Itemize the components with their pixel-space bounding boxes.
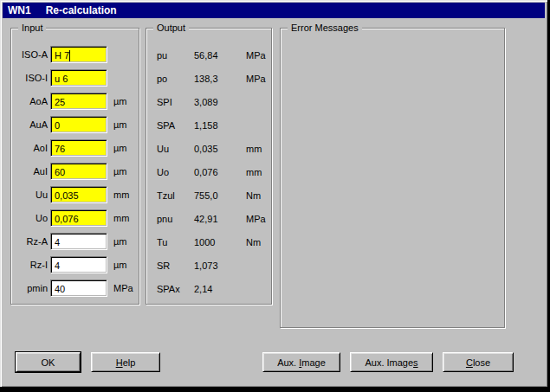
input-row: Rz-A 4 µm	[11, 233, 139, 250]
output-row: SPAx 2,14	[146, 277, 271, 300]
title-text: Re-calculation	[46, 4, 117, 16]
input-field-label: AuI	[11, 166, 48, 177]
input-field[interactable]: u 6	[50, 69, 107, 87]
input-field[interactable]: 4	[50, 256, 107, 273]
output-row-label: SPI	[157, 97, 194, 107]
input-field-unit: MPa	[113, 283, 133, 293]
input-field[interactable]: 0,035	[50, 186, 107, 203]
input-rows: ISO-A H 7 ISO-I u 6 AoA 25 µm AuA 0 µm A…	[11, 46, 139, 303]
output-row: SR 1,073	[146, 254, 271, 277]
output-row-unit: Nm	[246, 237, 261, 247]
output-row: SPA 1,158	[146, 113, 271, 137]
input-field[interactable]: 76	[50, 139, 107, 157]
input-field-value: 4	[55, 260, 60, 271]
output-row-label: SPAx	[157, 284, 194, 294]
output-group-label: Output	[153, 22, 189, 34]
input-row: pmin 40 MPa	[11, 280, 139, 297]
title-app-name: WN1	[8, 4, 31, 16]
output-row-value: 1,158	[194, 120, 246, 131]
close-button[interactable]: Close	[443, 352, 514, 372]
input-field-unit: µm	[113, 143, 127, 153]
output-row-label: Uo	[157, 167, 194, 177]
output-row-label: Tzul	[157, 190, 194, 201]
input-row: Rz-I 4 µm	[11, 256, 139, 273]
input-field[interactable]: H 7	[50, 46, 107, 63]
output-row: Tzul 755,0 Nm	[146, 183, 271, 207]
output-row-unit: MPa	[246, 74, 266, 84]
output-row: pu 56,84 MPa	[146, 43, 271, 67]
output-row-unit: MPa	[246, 50, 266, 61]
output-row-label: pu	[157, 50, 194, 61]
output-row-value: 0,035	[194, 144, 246, 154]
output-row-unit: Nm	[246, 190, 261, 201]
output-row-unit: mm	[246, 144, 262, 154]
input-field-value: 40	[55, 284, 65, 294]
output-group: Output pu 56,84 MPa po 138,3 MPa SPI 3,0…	[146, 28, 272, 305]
error-messages-group-label: Error Messages	[288, 22, 362, 34]
output-row-label: Uu	[157, 144, 194, 154]
input-field-value: u 6	[55, 74, 68, 84]
input-field-label: Rz-I	[11, 260, 48, 270]
input-field-value: 0	[55, 120, 60, 131]
output-row-label: SR	[157, 260, 194, 271]
input-row: AuA 0 µm	[11, 116, 139, 133]
title-bar[interactable]: WN1 Re-calculation	[3, 3, 545, 18]
output-row-label: SPA	[157, 120, 194, 131]
output-row-value: 755,0	[194, 190, 246, 201]
output-row-value: 42,91	[194, 214, 246, 224]
aux-images-button[interactable]: Aux. Images	[350, 352, 433, 372]
input-field-unit: µm	[113, 236, 127, 247]
dialog-window: WN1 Re-calculation Input ISO-A H 7 ISO-I…	[0, 0, 550, 392]
output-row-label: po	[157, 74, 194, 84]
input-field-unit: mm	[113, 190, 129, 200]
input-group: Input ISO-A H 7 ISO-I u 6 AoA 25 µm AuA …	[10, 28, 139, 305]
output-row-value: 1,073	[194, 260, 246, 271]
input-row: AuI 60 µm	[11, 163, 139, 180]
input-field[interactable]: 60	[50, 163, 107, 180]
output-row: pnu 42,91 MPa	[146, 207, 271, 230]
input-row: AoA 25 µm	[11, 93, 139, 110]
input-field-label: ISO-A	[11, 49, 48, 60]
error-messages-group: Error Messages	[280, 28, 505, 328]
input-field-label: AoI	[11, 143, 48, 153]
input-field-value: 60	[55, 167, 65, 177]
output-row-value: 138,3	[194, 74, 246, 84]
aux-image-button[interactable]: Aux. Image	[262, 352, 340, 372]
output-row-value: 3,089	[194, 97, 246, 107]
input-field-value: 76	[55, 144, 65, 154]
input-field-unit: µm	[113, 96, 127, 106]
output-row: Uu 0,035 mm	[146, 137, 271, 160]
output-row-value: 56,84	[194, 50, 246, 61]
input-field-value: 25	[55, 97, 65, 107]
input-group-label: Input	[18, 22, 46, 34]
input-field-value: 4	[55, 237, 60, 247]
output-row-value: 2,14	[194, 284, 246, 294]
output-row-label: pnu	[157, 214, 194, 224]
input-row: Uo 0,076 mm	[11, 209, 139, 227]
help-button[interactable]: Help	[91, 352, 160, 372]
input-field-unit: µm	[113, 260, 127, 270]
input-field-value: 0,035	[55, 190, 79, 201]
input-field[interactable]: 25	[50, 93, 107, 110]
text-cursor	[69, 50, 70, 61]
input-field-label: pmin	[11, 283, 48, 293]
input-field-value: H 7	[55, 50, 69, 61]
ok-button[interactable]: OK	[16, 352, 81, 372]
input-field-label: AoA	[11, 96, 48, 106]
input-field[interactable]: 40	[50, 280, 107, 297]
output-rows: pu 56,84 MPa po 138,3 MPa SPI 3,089 SPA …	[146, 43, 271, 300]
input-row: ISO-I u 6	[11, 69, 139, 87]
output-row-unit: mm	[246, 167, 262, 177]
output-row-unit: MPa	[246, 214, 266, 224]
output-row: SPI 3,089	[146, 90, 271, 113]
input-field[interactable]: 0,076	[50, 209, 107, 227]
input-field-label: AuA	[11, 119, 48, 130]
error-messages-content	[284, 39, 501, 324]
output-row-value: 0,076	[194, 167, 246, 177]
input-field-label: ISO-I	[11, 73, 48, 83]
input-field-unit: mm	[113, 213, 129, 223]
input-field[interactable]: 4	[50, 233, 107, 250]
output-row-label: Tu	[157, 237, 194, 247]
input-field-label: Uo	[11, 213, 48, 223]
input-field[interactable]: 0	[50, 116, 107, 133]
